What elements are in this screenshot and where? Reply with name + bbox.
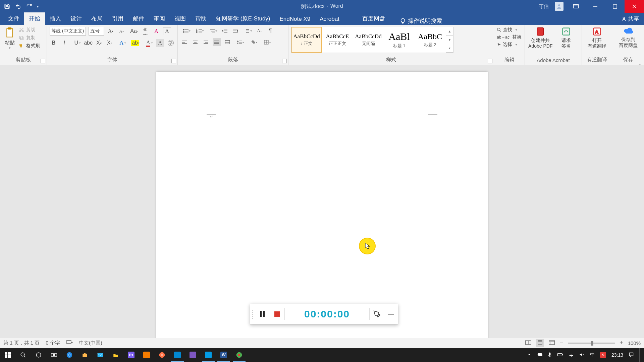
recorder-minimize-icon[interactable]: —	[384, 311, 398, 318]
style-heading2[interactable]: AaBbC标题 2	[415, 27, 445, 53]
minimize-button[interactable]	[586, 0, 605, 13]
superscript-icon[interactable]: X2	[106, 39, 114, 47]
tab-references[interactable]: 引用	[107, 12, 128, 25]
align-left-icon[interactable]	[180, 38, 189, 46]
replace-button[interactable]: ab→ac替换	[497, 34, 522, 40]
dialog-launcher-icon[interactable]	[282, 59, 287, 63]
taskbar-app[interactable]: Ps	[123, 348, 139, 362]
font-color-icon[interactable]: A	[143, 39, 154, 47]
taskbar-app[interactable]	[170, 348, 185, 362]
stop-button[interactable]	[270, 304, 284, 324]
enclose-characters-icon[interactable]: 字	[167, 39, 175, 47]
strikethrough-icon[interactable]: abc	[84, 39, 92, 47]
highlight-icon[interactable]: ab	[129, 39, 140, 47]
style-nospacing[interactable]: AaBbCcDd无间隔	[353, 27, 383, 53]
tab-home[interactable]: 开始	[24, 12, 45, 25]
tab-insert[interactable]: 插入	[45, 12, 66, 25]
maximize-button[interactable]	[605, 0, 625, 13]
show-marks-icon[interactable]: ¶	[266, 27, 274, 35]
font-size-combo[interactable]: 五号	[89, 27, 104, 36]
dialog-launcher-icon[interactable]	[41, 59, 45, 63]
spellcheck-icon[interactable]	[66, 340, 73, 346]
zoom-level[interactable]: 100%	[628, 340, 641, 346]
tab-acrobat[interactable]: Acrobat	[315, 13, 344, 25]
language-indicator[interactable]: 中文(中国)	[79, 340, 102, 346]
share-button[interactable]: 共享	[621, 15, 639, 22]
bullets-icon[interactable]	[180, 27, 191, 35]
numbering-icon[interactable]: 123	[194, 27, 205, 35]
annotate-button[interactable]	[370, 304, 384, 324]
style-heading1[interactable]: AaBl标题 1	[384, 27, 414, 53]
taskbar-app[interactable]	[93, 348, 108, 362]
tab-baidu[interactable]: 百度网盘	[358, 12, 390, 25]
decrease-indent-icon[interactable]	[221, 27, 229, 35]
align-justify-icon[interactable]	[213, 38, 221, 46]
clock[interactable]: 23:13	[611, 352, 623, 358]
shading-icon[interactable]	[248, 38, 258, 46]
zoom-slider[interactable]	[568, 343, 615, 344]
italic-icon[interactable]: I	[60, 39, 68, 47]
underline-icon[interactable]: U	[71, 39, 82, 47]
tab-mailings[interactable]: 邮件	[128, 12, 149, 25]
text-effects-icon[interactable]: A	[116, 39, 127, 47]
tab-design[interactable]: 设计	[66, 12, 87, 25]
tab-layout[interactable]: 布局	[87, 12, 107, 25]
borders-icon[interactable]	[261, 38, 272, 46]
tell-me-search[interactable]: 操作说明搜索	[400, 17, 442, 25]
cut-button[interactable]: 剪切	[19, 27, 40, 33]
zoom-out-icon[interactable]: −	[560, 340, 564, 347]
tray-icon[interactable]: S	[600, 352, 606, 358]
shrink-font-icon[interactable]: A▾	[117, 27, 125, 35]
gallery-scroll[interactable]: ▲▼▾	[446, 27, 453, 53]
taskbar-word-icon[interactable]: W	[216, 348, 231, 362]
taskbar-app[interactable]	[154, 348, 170, 362]
taskbar-app[interactable]	[77, 348, 93, 362]
taskbar-app[interactable]	[201, 348, 216, 362]
sort-icon[interactable]: A↓	[256, 27, 264, 35]
word-count[interactable]: 0 个字	[46, 340, 60, 346]
tab-file[interactable]: 文件	[3, 12, 24, 25]
grow-font-icon[interactable]: A▴	[107, 27, 115, 35]
increase-indent-icon[interactable]	[231, 27, 239, 35]
tab-view[interactable]: 视图	[170, 12, 191, 25]
format-painter-button[interactable]: 格式刷	[19, 43, 40, 49]
style-body[interactable]: AaBbCcE正正正文	[322, 27, 353, 53]
multilevel-list-icon[interactable]	[207, 27, 218, 35]
redo-icon[interactable]	[26, 3, 32, 9]
zoom-in-icon[interactable]: +	[620, 340, 623, 347]
find-button[interactable]: 查找▼	[497, 27, 522, 33]
tab-estudy[interactable]: 知网研学 (原E-Study)	[211, 12, 275, 25]
tray-icon[interactable]	[527, 352, 532, 358]
taskbar-app[interactable]	[108, 348, 123, 362]
cortana-icon[interactable]	[31, 348, 46, 362]
tab-endnote[interactable]: EndNote X9	[275, 13, 315, 25]
create-pdf-button[interactable]: 创建并共 Adobe PDF	[528, 27, 553, 49]
select-button[interactable]: 选择▼	[497, 42, 522, 48]
qat-dropdown-icon[interactable]: ▾	[37, 5, 39, 8]
task-view-icon[interactable]	[46, 348, 62, 362]
show-desktop[interactable]	[639, 348, 641, 362]
line-spacing-icon[interactable]	[234, 38, 245, 46]
taskbar-recorder-icon[interactable]	[231, 348, 247, 362]
drag-handle-icon[interactable]	[250, 304, 255, 324]
undo-icon[interactable]	[15, 3, 21, 9]
dialog-launcher-icon[interactable]	[488, 59, 492, 63]
bold-icon[interactable]: B	[50, 39, 58, 47]
font-name-combo[interactable]: 等线 (中文正文)	[50, 27, 86, 36]
notifications-icon[interactable]	[629, 352, 634, 358]
taskbar-app[interactable]	[62, 348, 77, 362]
request-signature-button[interactable]: 请求 签名	[553, 27, 579, 49]
web-layout-icon[interactable]	[548, 340, 555, 346]
asian-layout-icon[interactable]: ☰	[242, 27, 253, 35]
ime-indicator[interactable]: 中	[590, 352, 595, 358]
baidu-netdisk-button[interactable]: 保存到 百度网盘	[615, 27, 641, 48]
style-normal[interactable]: AaBbCcDd↓ 正文	[291, 27, 322, 53]
paste-button[interactable]: 粘贴 ▼	[3, 27, 17, 50]
copy-button[interactable]: 复制	[19, 35, 40, 41]
print-layout-icon[interactable]	[536, 339, 544, 347]
character-border-icon[interactable]: A	[163, 27, 171, 35]
tray-icon[interactable]	[569, 352, 574, 358]
page-indicator[interactable]: 第 1 页，共 1 页	[3, 340, 40, 346]
tray-icon[interactable]	[579, 352, 585, 358]
save-icon[interactable]	[4, 3, 10, 9]
